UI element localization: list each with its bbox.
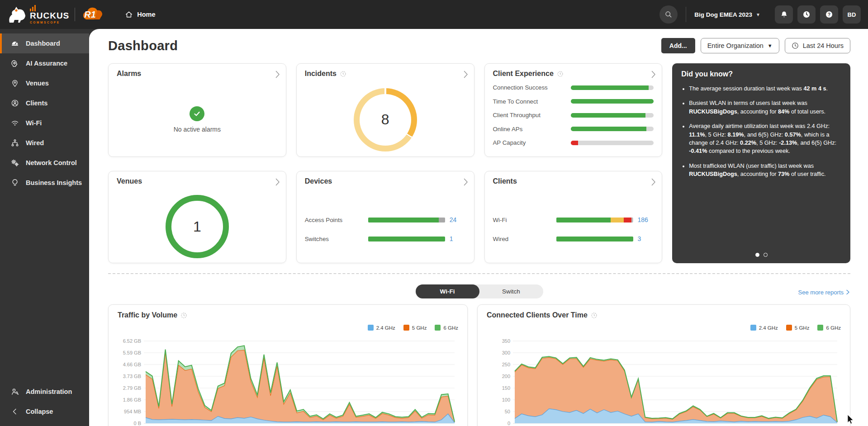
sidebar-item-venues[interactable]: Venues — [0, 73, 89, 93]
bar-segment — [571, 99, 654, 104]
carousel-dot-2[interactable] — [764, 253, 768, 257]
main-content: Dashboard Add... Entire Organization ▼ L… — [89, 29, 868, 426]
user-avatar[interactable]: BD — [843, 5, 861, 24]
chevron-right-icon[interactable] — [464, 71, 468, 80]
home-icon — [125, 10, 133, 19]
bar-segment — [611, 218, 624, 222]
venues-title: Venues — [117, 177, 142, 185]
devices-title: Devices — [305, 177, 332, 185]
progress-bar — [571, 113, 654, 118]
bar-segment — [571, 85, 649, 90]
legend-item[interactable]: 2.4 GHz — [750, 325, 778, 331]
bar-segment — [571, 141, 579, 145]
search-icon — [664, 10, 673, 19]
devices-rows: Access Points24Switches1 — [305, 216, 466, 242]
did-you-know-bullet: Most trafficked WLAN (user traffic) last… — [689, 162, 841, 179]
time-range-selector[interactable]: Last 24 Hours — [785, 38, 850, 53]
row-value-link[interactable]: 3 — [638, 235, 641, 242]
home-nav[interactable]: Home — [125, 10, 155, 19]
row-label: AP Capacity — [493, 139, 571, 146]
chevron-right-icon[interactable] — [464, 178, 468, 188]
row-value-link[interactable]: 186 — [638, 216, 648, 223]
search-button[interactable] — [659, 5, 678, 24]
bell-icon — [780, 10, 788, 19]
chart-legend: 2.4 GHz5 GHz6 GHz — [368, 325, 458, 331]
chart-legend: 2.4 GHz5 GHz6 GHz — [750, 325, 841, 331]
row-label: Access Points — [305, 217, 368, 223]
bar-segment — [368, 218, 439, 222]
device-row: Access Points24 — [305, 216, 466, 223]
sidebar-item-business-insights[interactable]: Business Insights — [0, 173, 89, 193]
sidebar-item-dashboard[interactable]: Dashboard — [0, 33, 89, 53]
sidebar-item-label: Venues — [26, 80, 49, 87]
business-insights-icon — [10, 178, 19, 187]
sidebar-item-network-control[interactable]: Network Control — [0, 153, 89, 173]
org-selector[interactable]: Entire Organization ▼ — [701, 38, 779, 53]
client-experience-row: AP Capacity — [493, 139, 654, 146]
carousel-dot-1[interactable] — [755, 253, 759, 257]
incidents-donut[interactable]: 8 — [354, 88, 417, 151]
venues-ring[interactable]: 1 — [166, 195, 229, 258]
topbar-divider — [686, 7, 686, 22]
did-you-know-list: The average session duration last week w… — [681, 85, 841, 179]
tenant-selector[interactable]: Big Dog EMEA 2023 ▼ — [694, 11, 760, 18]
sidebar-item-label: AI Assurance — [26, 60, 67, 67]
bar-segment — [556, 237, 633, 241]
row-label: Online APs — [493, 126, 571, 133]
sidebar-nav: DashboardAI AssuranceVenuesClientsWi-FiW… — [0, 33, 89, 193]
progress-bar — [368, 237, 445, 241]
time-scope-icon — [180, 312, 187, 319]
chevron-right-icon[interactable] — [275, 178, 280, 188]
add-button[interactable]: Add... — [661, 38, 695, 53]
alarms-title: Alarms — [117, 70, 141, 78]
see-more-reports-link[interactable]: See more reports — [798, 289, 849, 296]
connected-clients-card: Connected Clients Over Time 2.4 GHz5 GHz… — [477, 304, 850, 426]
row-label: Switches — [305, 236, 368, 242]
svg-text:300: 300 — [502, 350, 510, 355]
chevron-right-icon[interactable] — [275, 71, 280, 80]
chevron-right-icon[interactable] — [651, 71, 656, 80]
legend-item[interactable]: 6 GHz — [817, 325, 841, 331]
page-title: Dashboard — [108, 38, 178, 53]
sidebar-item-administration[interactable]: Administration — [0, 382, 89, 402]
client-experience-title: Client Experience — [493, 70, 554, 78]
brand-divider — [75, 8, 75, 21]
report-type-toggle: Wi-Fi Switch — [416, 284, 543, 298]
legend-item[interactable]: 5 GHz — [786, 325, 810, 331]
traffic-chart-plot[interactable]: 6.52 GB5.59 GB4.66 GB3.73 GB2.79 GB1.86 … — [118, 337, 458, 426]
r1-text: R1 — [84, 9, 96, 20]
client-experience-row: Time To Connect — [493, 98, 654, 105]
sidebar-item-wired[interactable]: Wired — [0, 133, 89, 153]
row-value-link[interactable]: 1 — [450, 235, 453, 242]
legend-item[interactable]: 2.4 GHz — [368, 325, 395, 331]
sidebar-item-wi-fi[interactable]: Wi-Fi — [0, 113, 89, 133]
help-button[interactable]: ? — [820, 5, 838, 24]
clients-chart-plot[interactable]: 350300250200150100500 — [487, 337, 841, 426]
org-selector-value: Entire Organization — [707, 42, 764, 49]
sidebar-item-label: Network Control — [26, 159, 77, 166]
sidebar-item-label: Business Insights — [26, 179, 82, 186]
client-experience-row: Client Throughput — [493, 112, 654, 118]
tab-switch[interactable]: Switch — [479, 284, 543, 298]
chevron-right-icon[interactable] — [651, 178, 656, 188]
ruckus-logo: RUCKUS COMMSCOPE — [6, 5, 69, 24]
sidebar-item-clients[interactable]: Clients — [0, 93, 89, 113]
traffic-chart-title: Traffic by Volume — [118, 311, 177, 319]
legend-swatch — [403, 325, 409, 331]
sidebar-item-collapse[interactable]: Collapse — [0, 402, 89, 421]
activities-button[interactable] — [797, 5, 816, 24]
legend-item[interactable]: 6 GHz — [435, 325, 458, 331]
legend-item[interactable]: 5 GHz — [403, 325, 427, 331]
did-you-know-panel: Did you know? The average session durati… — [672, 63, 850, 263]
row-value-link[interactable]: 24 — [450, 216, 457, 223]
tab-wifi[interactable]: Wi-Fi — [416, 284, 479, 298]
alarms-status: No active alarms — [174, 126, 221, 133]
client-experience-rows: Connection SuccessTime To ConnectClient … — [493, 84, 654, 146]
legend-label: 2.4 GHz — [759, 325, 778, 331]
legend-label: 5 GHz — [412, 325, 427, 331]
wired-icon — [10, 138, 19, 147]
sidebar-item-ai-assurance[interactable]: AI Assurance — [0, 53, 89, 73]
top-bar: RUCKUS COMMSCOPE R1 Home Big Dog EMEA 20… — [0, 0, 868, 29]
did-you-know-bullet: The average session duration last week w… — [689, 85, 841, 93]
notifications-button[interactable] — [775, 5, 793, 24]
